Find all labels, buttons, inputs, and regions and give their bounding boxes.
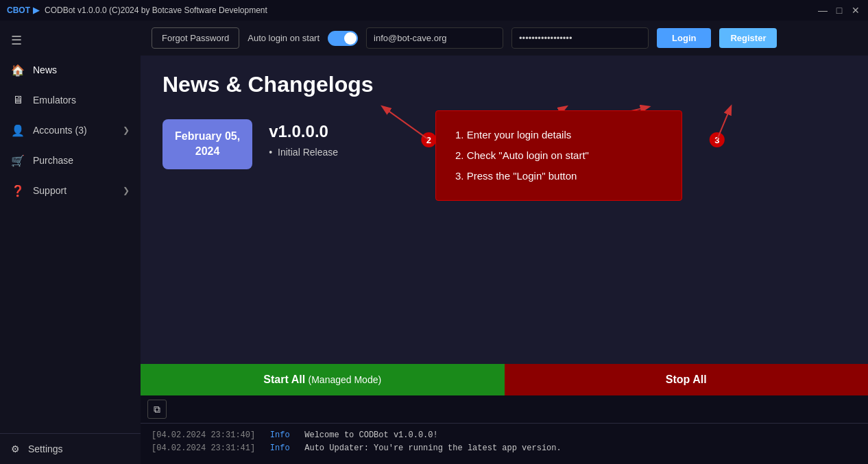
- bottom-bar: Start All (Managed Mode) Stop All: [141, 364, 868, 395]
- sidebar-item-purchase[interactable]: 🛒 Purchase: [0, 145, 141, 175]
- auto-login-toggle[interactable]: [328, 31, 358, 46]
- changelog-item-text: Initial Release: [278, 147, 338, 158]
- sidebar-item-support[interactable]: ❓ Support ❯: [0, 175, 141, 206]
- app-title-text: CODBot v1.0.0.0 (C)2024 by Botcave Softw…: [45, 5, 267, 15]
- sidebar-item-accounts-label: Accounts (3): [33, 125, 87, 136]
- app-body: ☰ 🏠 News 🖥 Emulators 👤 Accounts (3) ❯ 🛒 …: [0, 21, 868, 464]
- changelog-content: v1.0.0.0 Initial Release: [269, 119, 338, 158]
- top-bar: Forgot Password Auto login on start Logi…: [141, 21, 868, 56]
- console-log-line-2: [04.02.2024 23:31:41] Info Auto Updater:…: [152, 442, 857, 455]
- logo-text: CBOT: [7, 5, 30, 15]
- log-level-2: Info: [270, 443, 290, 453]
- log-timestamp-2: [04.02.2024 23:31:41]: [152, 443, 255, 453]
- sidebar-item-news[interactable]: 🏠 News: [0, 55, 141, 85]
- sidebar: ☰ 🏠 News 🖥 Emulators 👤 Accounts (3) ❯ 🛒 …: [0, 21, 141, 464]
- auto-login-label: Auto login on start: [248, 33, 320, 43]
- support-icon: ❓: [11, 184, 25, 197]
- changelog-version: v1.0.0.0: [269, 122, 338, 141]
- start-all-button[interactable]: Start All (Managed Mode): [141, 364, 505, 395]
- log-level-1: Info: [270, 430, 290, 440]
- date-line2: 2024: [175, 144, 240, 159]
- sidebar-item-emulators-label: Emulators: [33, 95, 76, 106]
- arrow-overlay: 1 2 3: [141, 56, 868, 364]
- log-timestamp-1: [04.02.2024 23:31:40]: [152, 430, 255, 440]
- console-log: [04.02.2024 23:31:40] Info Welcome to CO…: [141, 424, 868, 461]
- settings-icon: ⚙: [11, 443, 20, 454]
- logo-arrow: ▶: [33, 5, 39, 15]
- console-log-line-1: [04.02.2024 23:31:40] Info Welcome to CO…: [152, 429, 857, 442]
- console-copy-button[interactable]: ⧉: [147, 400, 167, 419]
- app-logo: CBOT ▶: [7, 5, 39, 15]
- page-title: News & Changelogs: [162, 72, 846, 97]
- settings-label: Settings: [28, 443, 63, 454]
- date-badge: February 05, 2024: [162, 119, 252, 169]
- password-input[interactable]: [511, 27, 649, 49]
- support-chevron-icon: ❯: [123, 186, 130, 195]
- window-controls: — □ ✕: [817, 5, 861, 16]
- sidebar-item-accounts[interactable]: 👤 Accounts (3) ❯: [0, 115, 141, 145]
- console-toolbar: ⧉: [141, 395, 868, 424]
- main-content: News & Changelogs February 05, 2024 v1.0…: [141, 56, 868, 364]
- email-input[interactable]: [366, 27, 503, 49]
- start-all-mode: (Managed Mode): [309, 374, 382, 385]
- log-message-1: Welcome to CODBot v1.0.0.0!: [304, 430, 437, 440]
- sidebar-item-news-label: News: [33, 64, 57, 75]
- sidebar-item-emulators[interactable]: 🖥 Emulators: [0, 85, 141, 115]
- login-button[interactable]: Login: [657, 28, 711, 48]
- login-tooltip: 1. Enter your login details 2. Check "Au…: [435, 110, 682, 201]
- accounts-icon: 👤: [11, 123, 25, 137]
- date-line1: February 05,: [175, 129, 240, 144]
- changelog-item: Initial Release: [269, 147, 338, 158]
- title-bar-left: CBOT ▶ CODBot v1.0.0.0 (C)2024 by Botcav…: [7, 5, 267, 15]
- title-bar: CBOT ▶ CODBot v1.0.0.0 (C)2024 by Botcav…: [0, 0, 868, 21]
- accounts-chevron-icon: ❯: [123, 125, 130, 135]
- news-icon: 🏠: [11, 63, 25, 77]
- restore-button[interactable]: □: [834, 5, 845, 16]
- forgot-password-button[interactable]: Forgot Password: [152, 27, 239, 49]
- emulators-icon: 🖥: [11, 93, 25, 107]
- content-area: Forgot Password Auto login on start Logi…: [141, 21, 868, 464]
- stop-all-button[interactable]: Stop All: [505, 364, 869, 395]
- minimize-button[interactable]: —: [817, 5, 828, 16]
- console-area: ⧉ [04.02.2024 23:31:40] Info Welcome to …: [141, 395, 868, 464]
- close-button[interactable]: ✕: [850, 5, 861, 16]
- sidebar-item-settings[interactable]: ⚙ Settings: [0, 433, 141, 464]
- purchase-icon: 🛒: [11, 154, 25, 167]
- tooltip-line3: 3. Press the "Login" button: [455, 166, 662, 186]
- tooltip-line2: 2. Check "Auto login on start": [455, 145, 662, 166]
- tooltip-line1: 1. Enter your login details: [455, 125, 662, 145]
- sidebar-menu-button[interactable]: ☰: [0, 26, 141, 55]
- log-message-2: Auto Updater: You're running the latest …: [304, 443, 561, 453]
- sidebar-item-purchase-label: Purchase: [33, 155, 73, 166]
- register-button[interactable]: Register: [719, 28, 777, 48]
- start-all-label: Start All: [263, 374, 305, 385]
- sidebar-item-support-label: Support: [33, 185, 67, 196]
